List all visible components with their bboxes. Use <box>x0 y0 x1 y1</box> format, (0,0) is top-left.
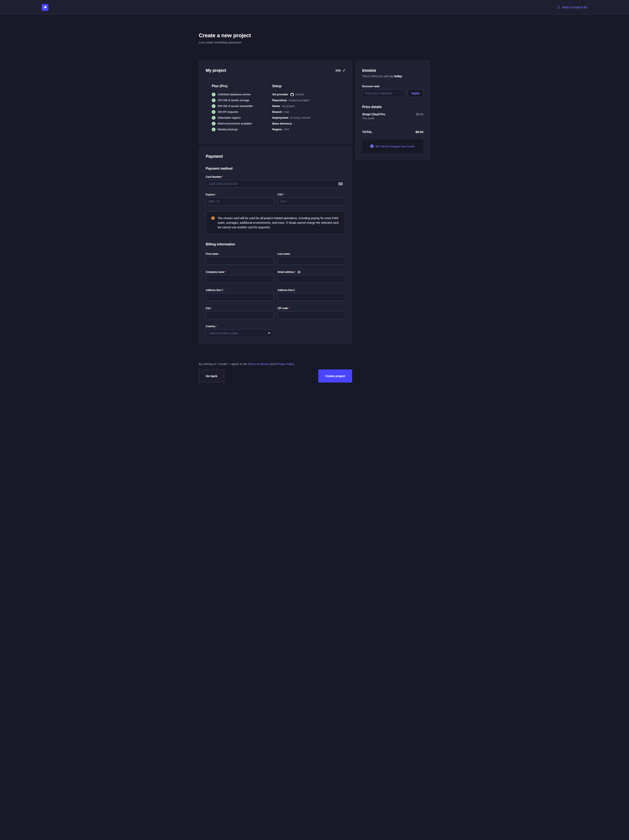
total-amount: $8.04 <box>415 130 423 134</box>
discount-code-label: Discount code <box>362 85 423 88</box>
required-marker: * <box>215 193 216 196</box>
plan-title: Plan (Pro) <box>212 84 257 88</box>
privacy-policy-link[interactable]: Privacy Policy <box>276 362 294 366</box>
setup-label: Base directory <box>272 122 292 126</box>
invoice-subtitle: This is what you will pay today <box>362 74 423 78</box>
back-to-projects-link[interactable]: Back to projects list <box>557 6 587 9</box>
plan-feature-label: 1M API requests <box>218 110 238 114</box>
terms-agreement-text: By clicking on "Create", I agree to the … <box>199 362 352 366</box>
plan-feature-label: Unlimited database entries <box>218 92 251 97</box>
setup-label: Repository <box>272 98 287 103</box>
email-address-label: Email address* <box>278 270 345 273</box>
back-to-projects-label: Back to projects list <box>562 6 587 9</box>
top-navigation-bar: Back to projects list <box>0 0 629 15</box>
project-summary-card: My project Edit Plan (Pro) <box>199 60 352 144</box>
invoice-subtitle-emphasis: today <box>394 74 402 78</box>
payment-method-title: Payment method <box>206 167 345 171</box>
first-name-label: First name <box>206 253 274 255</box>
country-select[interactable]: Select or enter a value <box>206 329 274 337</box>
setup-value: / <box>293 122 294 126</box>
pencil-icon <box>342 69 345 72</box>
invoice-card: Invoice This is what you will pay today … <box>355 60 430 160</box>
plan-feature-label: Selectable regions <box>218 115 241 120</box>
zip-code-label: ZIP code* <box>278 307 345 310</box>
required-marker: * <box>225 270 226 273</box>
edit-label: Edit <box>336 69 341 72</box>
check-icon <box>212 104 216 108</box>
card-usage-note-text: The chosen card will be used for all pro… <box>218 216 340 230</box>
card-number-label: Card Number* <box>206 175 345 178</box>
terms-of-service-link[interactable]: Terms of Service <box>248 362 270 366</box>
expires-input[interactable] <box>206 197 274 205</box>
required-marker: * <box>288 307 289 310</box>
setup-box: Setup Git provider GitHub Repository <box>266 79 323 137</box>
setup-value: strapi/my-project <box>289 98 309 103</box>
zip-code-input[interactable] <box>278 311 345 319</box>
cvc-label: CVC* <box>278 193 345 196</box>
create-project-button[interactable]: Create project <box>318 369 352 382</box>
country-select-placeholder: Select or enter a value <box>209 332 238 335</box>
next-month-charge-note: $75 will be charged next month. <box>362 139 423 153</box>
billing-info-title: Billing information <box>206 242 345 246</box>
plan-feature-item: 250 GB of assets storage <box>212 98 257 103</box>
setup-title: Setup <box>272 84 317 88</box>
plan-feature-list: Unlimited database entries 250 GB of ass… <box>212 92 257 132</box>
address-line-1-input[interactable] <box>206 293 274 301</box>
required-marker: * <box>295 270 296 273</box>
plan-feature-item: Multi-environment available <box>212 122 257 126</box>
invoice-title: Invoice <box>362 68 423 73</box>
required-marker: * <box>216 325 217 328</box>
setup-row-repository: Repository strapi/my-project <box>272 98 317 103</box>
page-title: Create a new project <box>199 32 430 39</box>
setup-row-deployment: Deployment At every commit <box>272 115 317 120</box>
check-icon <box>212 116 216 120</box>
setup-label: Branch <box>272 110 282 114</box>
price-line-period: This month <box>362 117 385 120</box>
company-name-input[interactable] <box>206 275 274 283</box>
address-line-2-input[interactable] <box>278 293 345 301</box>
setup-label: Git provider <box>272 92 288 97</box>
email-address-input[interactable] <box>278 275 345 283</box>
discount-code-input[interactable] <box>362 89 406 97</box>
apply-discount-button[interactable]: Apply <box>408 89 423 97</box>
price-line-item: Strapi Cloud Pro This month $8.04 <box>362 113 423 120</box>
github-icon <box>290 93 294 96</box>
plan-feature-item: 1M API requests <box>212 110 257 114</box>
plan-feature-item: Unlimited database entries <box>212 92 257 97</box>
card-number-input[interactable] <box>206 180 345 188</box>
setup-label: Region <box>272 127 282 132</box>
card-usage-note: The chosen card will be used for all pro… <box>206 211 345 234</box>
price-line-amount: $8.04 <box>416 113 423 120</box>
plan-feature-item: Selectable regions <box>212 115 257 120</box>
strapi-mark-icon <box>43 5 47 9</box>
chevron-down-icon <box>268 333 270 334</box>
company-name-label: Company name* <box>206 270 274 273</box>
cvc-input[interactable] <box>278 197 345 205</box>
info-icon <box>370 144 374 148</box>
last-name-input[interactable] <box>278 257 345 265</box>
plan-feature-label: Weekly backups <box>218 127 238 132</box>
check-icon <box>212 93 216 96</box>
total-label: TOTAL <box>362 130 372 134</box>
required-marker: * <box>211 307 212 310</box>
setup-row-base-directory: Base directory / <box>272 122 317 126</box>
expires-label: Expires* <box>206 193 274 196</box>
setup-value: my-project <box>282 104 295 109</box>
city-input[interactable] <box>206 311 274 319</box>
edit-project-button[interactable]: Edit <box>336 69 345 72</box>
setup-value: At every commit <box>290 115 310 120</box>
last-name-label: Last name <box>278 253 345 255</box>
credit-card-icon <box>338 182 343 185</box>
price-line-name: Strapi Cloud Pro <box>362 113 385 116</box>
plan-feature-item: 500 GB of assets bandwidth <box>212 104 257 109</box>
setup-value: USA <box>284 127 289 132</box>
setup-value: main <box>284 110 290 114</box>
first-name-input[interactable] <box>206 257 274 265</box>
setup-value: GitHub <box>295 92 304 97</box>
back-arrow-icon <box>557 6 560 9</box>
page-subtitle: Lets create something awesome! <box>199 41 430 44</box>
strapi-logo[interactable] <box>42 4 49 11</box>
go-back-button[interactable]: Go back <box>199 369 224 382</box>
setup-row-git-provider: Git provider GitHub <box>272 92 317 97</box>
email-info-icon[interactable] <box>298 271 300 273</box>
